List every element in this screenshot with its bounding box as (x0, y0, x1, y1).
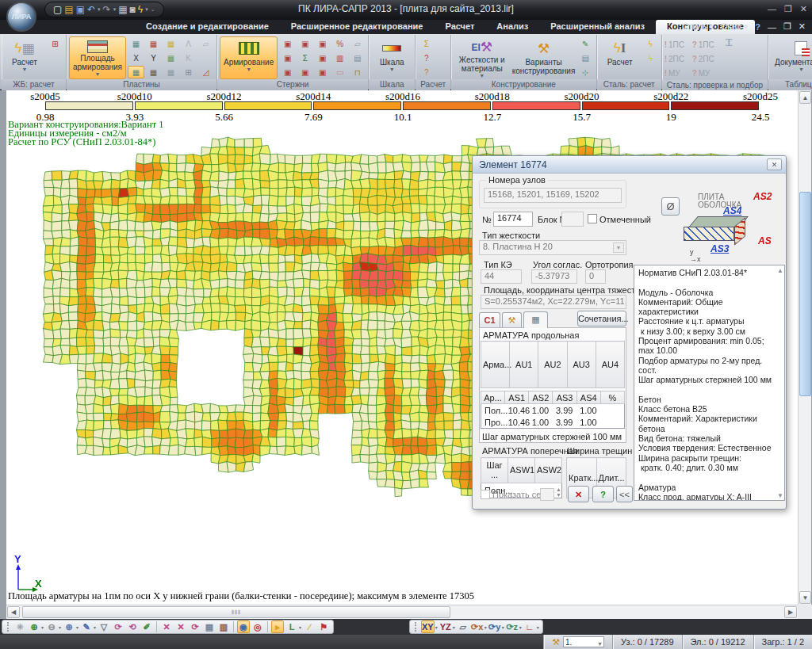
ribbon-small-icon[interactable]: ▦ (163, 52, 179, 64)
minimize-button[interactable]: — (768, 4, 776, 14)
collapse-button[interactable]: << (616, 486, 633, 502)
ribbon-small-icon[interactable]: ▦ (128, 37, 144, 50)
toolbar-icon[interactable]: ✕ (160, 620, 173, 633)
ribbon-small-icon[interactable]: ▣ (279, 37, 296, 50)
toolbar-icon[interactable]: ▸ (271, 620, 284, 633)
ribbon-small-icon[interactable]: Y (145, 52, 162, 64)
toolbar-icon[interactable]: ▽ (98, 620, 110, 633)
tab-расчет[interactable]: Расчет (434, 20, 485, 34)
vertical-scrollbar[interactable]: ▲ ▼ (798, 90, 811, 605)
delete-button[interactable]: ✕ (568, 486, 589, 502)
documentation-button[interactable]: Документация ▼ (771, 36, 812, 79)
ribbon-small-icon[interactable]: ? (418, 66, 435, 78)
tab-создание-и-редактирование[interactable]: Создание и редактирование (135, 20, 280, 34)
toolbar-icon[interactable]: ∕ (303, 620, 316, 633)
section-number-field[interactable] (540, 488, 554, 501)
steel-calc-button[interactable]: ϟI Расчет (599, 36, 641, 79)
bar-reinf-button[interactable]: Армирование ▼ (220, 36, 278, 79)
menu-window[interactable]: Окно ▾ (721, 21, 748, 32)
tab-hammer[interactable]: ⚒ (502, 312, 522, 327)
scroll-right-button[interactable]: ▶ (784, 606, 797, 618)
scale-button[interactable]: Шкала ▼ (371, 36, 412, 79)
toolbar-icon[interactable]: ⟳y (488, 620, 501, 633)
element-dialog[interactable]: Элемент 16774 ✕ Номера узлов 15168, 1520… (472, 155, 787, 510)
ribbon-small-icon[interactable]: ▦ (128, 66, 144, 78)
ribbon-small-icon[interactable]: ▣ (297, 37, 313, 50)
toolbar-icon[interactable]: ▱ (457, 620, 469, 633)
toolbar-icon[interactable]: ✎ (80, 620, 93, 633)
as-table[interactable]: Ар...AS1AS2AS3AS4%Пол...10.461.003.991.0… (481, 391, 625, 429)
ribbon-small-icon[interactable]: ⊓ (349, 66, 366, 78)
ribbon-small-icon[interactable]: ▣ (279, 66, 296, 78)
ribbon-small-icon[interactable] (197, 52, 214, 64)
tab-расширенное-редактирование[interactable]: Расширенное редактирование (280, 20, 435, 34)
ribbon-small-icon[interactable]: ▣ (279, 52, 296, 64)
ribbon-small-icon[interactable]: % (331, 37, 348, 50)
zhb-calc-button[interactable]: ϟ▦ Расчет ▼ (4, 36, 45, 79)
tab-cube[interactable]: ▦ (523, 311, 548, 328)
help-icon[interactable]: ? (755, 22, 760, 32)
restore-button[interactable]: ❐ (784, 4, 792, 14)
toolbar-icon[interactable]: ⊖ (45, 620, 58, 633)
element-number-input[interactable]: 16774 (493, 212, 533, 227)
au-table[interactable]: Арма...AU1AU2AU3AU4 (481, 341, 625, 388)
ribbon-small-icon[interactable]: ⊞ (180, 66, 197, 78)
element-info-text[interactable]: Норматив СНиП 2.03.01-84* Модуль - Оболо… (634, 265, 785, 501)
combinations-button[interactable]: Сочетания... (577, 311, 626, 326)
horizontal-scrollbar[interactable]: ◀ ⦀⦀⦀ ▶ (6, 605, 798, 619)
toolbar-icon[interactable]: ⟲ (126, 620, 139, 633)
toolbar-icon[interactable]: ⟳ (189, 620, 201, 633)
toolbar-icon[interactable]: XY (421, 620, 435, 633)
plate-reinf-area-button[interactable]: Площадь армирования ▼ (69, 36, 126, 79)
scroll-up-icon[interactable]: ▲ (777, 267, 783, 274)
tab-расширенный-анализ[interactable]: Расширенный анализ (539, 20, 656, 34)
toolbar-icon[interactable]: ▦ (203, 620, 216, 633)
ribbon-small-icon[interactable]: ▦ (145, 37, 162, 50)
ribbon-small-icon[interactable]: Λ (180, 37, 197, 50)
stiffness-combo[interactable]: 8. Пластина Н 20 ▼ (479, 240, 626, 255)
ribbon-small-icon[interactable]: ⊞ (47, 37, 63, 50)
vertical-scroll-thumb[interactable] (799, 192, 811, 396)
scroll-left-button[interactable]: ◀ (7, 606, 20, 618)
doc-restore-icon[interactable]: ❐ (783, 21, 791, 32)
doc-close-icon[interactable]: ✕ (799, 21, 806, 32)
ribbon-small-icon[interactable]: ▦ (145, 66, 162, 78)
ribbon-small-icon[interactable]: Σ (418, 37, 435, 50)
stiffness-materials-button[interactable]: EI⚒ Жесткости и материалы ▼ (454, 36, 510, 79)
chevron-down-icon[interactable]: ▼ (613, 242, 624, 253)
ribbon-small-icon[interactable]: Σ (297, 52, 313, 64)
toolbar-icon[interactable]: ⚑ (317, 620, 330, 633)
doc-minimize-icon[interactable]: — (768, 22, 776, 32)
ribbon-small-icon[interactable]: ϟ (642, 37, 659, 50)
null-stiffness-button[interactable]: Ø (661, 197, 680, 216)
ibeam-icon[interactable]: Ɪ (721, 36, 737, 49)
scroll-up-button[interactable]: ▲ (799, 91, 811, 104)
toolbar-icon[interactable]: ⊕ (28, 620, 40, 633)
toolbar-icon[interactable]: ◉ (237, 620, 250, 633)
ribbon-small-icon[interactable]: ▦ (163, 37, 179, 50)
block-input[interactable] (561, 212, 584, 227)
ribbon-small-icon[interactable]: ▤ (349, 52, 366, 64)
ribbon-small-icon[interactable]: ? (418, 52, 435, 64)
tab-c1[interactable]: C1 (479, 312, 500, 327)
ribbon-small-icon[interactable]: ▱ (349, 37, 366, 50)
toolbar-icon[interactable]: ⟳x (471, 620, 484, 633)
variant-combo[interactable]: 1.▼ (563, 636, 604, 647)
node-numbers-field[interactable]: 15168, 15201, 15169, 15202 (484, 188, 622, 203)
menu-style[interactable]: Стиль ▾ (682, 21, 714, 32)
toolbar-icon[interactable]: ✐ (140, 620, 153, 633)
ribbon-small-icon[interactable]: ▣ (297, 66, 313, 78)
dialog-title[interactable]: Элемент 16774 (473, 156, 786, 174)
toolbar-icon[interactable]: ◎ (251, 620, 264, 633)
ribbon-small-icon[interactable]: ▥ (331, 52, 348, 64)
ribbon-small-icon[interactable]: ▦ (163, 66, 179, 78)
toolbar-icon[interactable]: ⊕ (63, 620, 75, 633)
toolbar-icon[interactable]: ✕ (174, 620, 187, 633)
ribbon-small-icon[interactable]: ✎ (577, 37, 594, 50)
toolbar-icon[interactable]: ✳ (13, 620, 26, 633)
help-button[interactable]: ? (592, 486, 614, 502)
ribbon-small-icon[interactable]: K (180, 52, 197, 64)
horizontal-scroll-thumb[interactable]: ⦀⦀⦀ (22, 606, 450, 618)
ribbon-small-icon[interactable]: X (128, 52, 144, 64)
toolbar-icon[interactable]: ∟ (523, 620, 536, 633)
